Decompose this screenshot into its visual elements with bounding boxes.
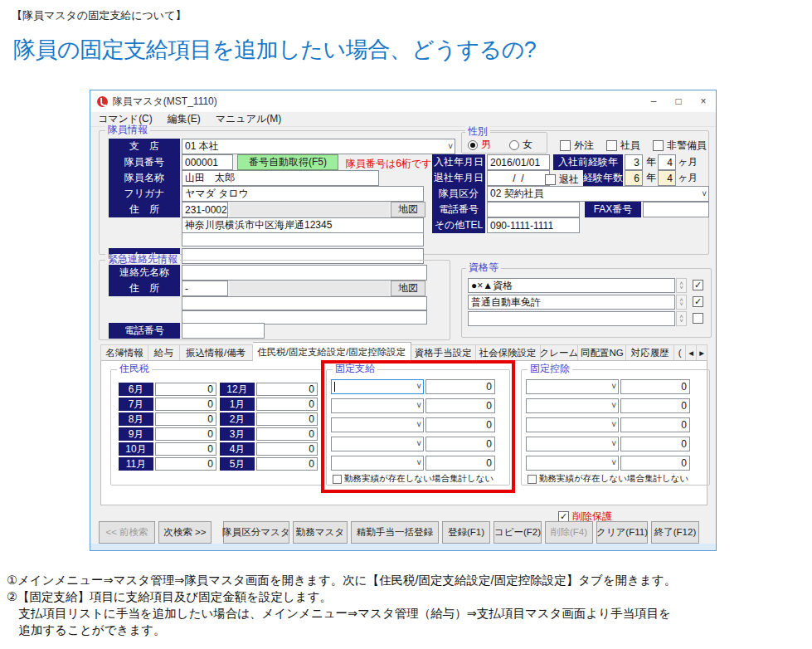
female-radio[interactable] <box>509 140 519 150</box>
fixed-deduction-item-combo[interactable]: ˅ <box>526 417 619 432</box>
qualification-field[interactable]: ●×▲資格 <box>468 278 675 293</box>
fixed-deduction-no-record-checkbox[interactable] <box>528 475 537 484</box>
fixed-payment-no-record-option[interactable]: 勤務実績が存在しない場合集計しない <box>333 473 494 485</box>
resident-tax-amount-field[interactable]: 0 <box>155 398 216 411</box>
fixed-payment-amount-field[interactable]: 0 <box>425 437 495 451</box>
branch-combo[interactable]: 01 本社˅ <box>182 139 455 154</box>
male-radio[interactable] <box>468 140 478 150</box>
emergency-contact-field[interactable] <box>182 265 427 281</box>
outsource-option[interactable]: 外注 <box>560 139 594 153</box>
next-search-button[interactable]: 次検索 >> <box>158 521 212 544</box>
register-button[interactable]: 登録(F1) <box>442 521 490 544</box>
tab-resident-tax-fixed[interactable]: 住民税/固定支給設定/固定控除設定 <box>253 342 411 361</box>
retired-option[interactable]: 退社 <box>545 173 579 187</box>
tab-scroll-right-icon[interactable]: ▸ <box>697 344 707 361</box>
fixed-deduction-amount-field[interactable]: 0 <box>620 398 690 413</box>
postal-code-field[interactable]: 231-0002 <box>182 202 228 217</box>
fixed-deduction-no-record-option[interactable]: 勤務実績が存在しない場合集計しない <box>528 473 688 485</box>
outsource-checkbox[interactable] <box>560 140 571 151</box>
emergency-postal-field[interactable]: - <box>182 281 228 296</box>
emergency-address-line1-field[interactable] <box>182 296 427 310</box>
delete-button[interactable]: 削除(F4) <box>545 521 593 544</box>
phone-field[interactable] <box>487 202 580 217</box>
resident-tax-amount-field[interactable]: 0 <box>256 412 318 426</box>
minimize-button[interactable]: – <box>641 90 666 112</box>
nonguard-option[interactable]: 非警備員 <box>653 139 707 153</box>
bulk-allowance-button[interactable]: 精勤手当一括登録 <box>351 521 439 544</box>
qualification-checkbox[interactable] <box>693 313 703 324</box>
fixed-deduction-amount-field[interactable]: 0 <box>620 417 690 432</box>
fixed-deduction-amount-field[interactable]: 0 <box>620 437 690 451</box>
fixed-payment-item-combo[interactable]: ˅ <box>331 456 424 471</box>
fixed-deduction-amount-field[interactable]: 0 <box>620 456 690 471</box>
clear-button[interactable]: クリア(F11) <box>596 521 648 544</box>
fixed-deduction-item-combo[interactable]: ˅ <box>526 398 619 413</box>
emergency-map-button[interactable]: 地図 <box>391 281 425 296</box>
tab-social-insurance[interactable]: 社会保険設定 <box>476 344 541 361</box>
fixed-deduction-item-combo[interactable]: ˅ <box>526 456 619 471</box>
other-tel-field[interactable]: 090-1111-1111 <box>487 217 580 233</box>
fixed-payment-amount-field[interactable]: 0 <box>425 398 495 413</box>
copy-button[interactable]: コピー(F2) <box>494 521 542 544</box>
auto-number-button[interactable]: 番号自動取得(F5) <box>237 154 338 170</box>
qualification-checkbox[interactable]: ✓ <box>693 280 703 290</box>
address-line2-field[interactable] <box>182 232 424 246</box>
resident-tax-amount-field[interactable]: 0 <box>256 457 318 471</box>
pre-experience-years-field[interactable]: 3 <box>625 154 643 170</box>
maximize-button[interactable]: □ <box>666 90 691 112</box>
tab-roster[interactable]: 名簿情報 <box>100 344 148 361</box>
tab-salary[interactable]: 給与 <box>148 344 180 361</box>
address-line1-field[interactable]: 神奈川県横浜市中区海岸通12345 <box>182 217 424 233</box>
menu-manual[interactable]: マニュアル(M) <box>208 112 289 126</box>
fixed-payment-item-combo[interactable]: ˅ <box>331 379 424 394</box>
exit-button[interactable]: 終了(F12) <box>651 521 699 544</box>
fixed-payment-item-combo[interactable]: ˅ <box>331 437 424 451</box>
gender-female-option[interactable]: 女 <box>509 138 532 152</box>
furigana-field[interactable]: ヤマダ タロウ <box>182 186 424 202</box>
member-class-combo[interactable]: 02 契約社員˅ <box>487 186 709 202</box>
tab-transfer[interactable]: 振込情報/備考 <box>180 344 253 361</box>
member-class-master-button[interactable]: 隊員区分マスタ <box>223 521 289 544</box>
spinner-icon[interactable]: ˄˅ <box>676 295 687 310</box>
fixed-deduction-amount-field[interactable]: 0 <box>620 379 690 394</box>
tab-claim[interactable]: クレーム <box>541 344 579 361</box>
prev-search-button[interactable]: << 前検索 <box>99 521 155 544</box>
map-button[interactable]: 地図 <box>391 202 425 217</box>
tab-scroll-left-icon[interactable]: ◂ <box>686 344 697 361</box>
gender-male-option[interactable]: 男 <box>468 138 491 152</box>
fixed-payment-item-combo[interactable]: ˅ <box>331 398 424 413</box>
fixed-payment-amount-field[interactable]: 0 <box>425 456 495 471</box>
spinner-icon[interactable]: ˄˅ <box>676 311 687 326</box>
member-no-field[interactable]: 000001 <box>182 154 233 170</box>
employee-option[interactable]: 社員 <box>606 139 640 153</box>
resident-tax-amount-field[interactable]: 0 <box>155 412 216 426</box>
tab-qual-allowance[interactable]: 資格手当設定 <box>411 344 476 361</box>
fixed-deduction-item-combo[interactable]: ˅ <box>526 379 619 394</box>
qualification-field[interactable]: 普通自動車免許 <box>468 295 675 310</box>
leave-date-field[interactable]: / / <box>487 170 550 186</box>
nonguard-checkbox[interactable] <box>653 140 664 151</box>
resident-tax-amount-field[interactable]: 0 <box>256 398 318 411</box>
fixed-payment-amount-field[interactable]: 0 <box>425 379 495 394</box>
resident-tax-amount-field[interactable]: 0 <box>256 383 318 396</box>
fixed-payment-amount-field[interactable]: 0 <box>425 417 495 432</box>
member-name-field[interactable]: 山田 太郎 <box>182 170 379 186</box>
resident-tax-amount-field[interactable]: 0 <box>155 457 216 471</box>
resident-tax-amount-field[interactable]: 0 <box>155 383 216 396</box>
work-master-button[interactable]: 勤務マスタ <box>293 521 348 544</box>
retired-checkbox[interactable] <box>545 174 556 185</box>
resident-tax-amount-field[interactable]: 0 <box>155 427 216 441</box>
tab-overflow[interactable]: ( <box>674 344 686 361</box>
resident-tax-amount-field[interactable]: 0 <box>256 427 318 441</box>
resident-tax-amount-field[interactable]: 0 <box>256 442 318 456</box>
menu-edit[interactable]: 編集(E) <box>160 112 208 126</box>
resident-tax-amount-field[interactable]: 0 <box>155 442 216 456</box>
pre-experience-months-field[interactable]: 4 <box>658 154 676 170</box>
emergency-phone-field[interactable] <box>182 323 265 339</box>
employee-checkbox[interactable] <box>606 140 617 151</box>
spinner-icon[interactable]: ˄˅ <box>676 278 687 293</box>
hire-date-field[interactable]: 2016/01/01 <box>487 154 550 170</box>
tab-response-history[interactable]: 対応履歴 <box>626 344 674 361</box>
qualification-checkbox[interactable]: ✓ <box>693 296 703 307</box>
fixed-payment-item-combo[interactable]: ˅ <box>331 417 424 432</box>
